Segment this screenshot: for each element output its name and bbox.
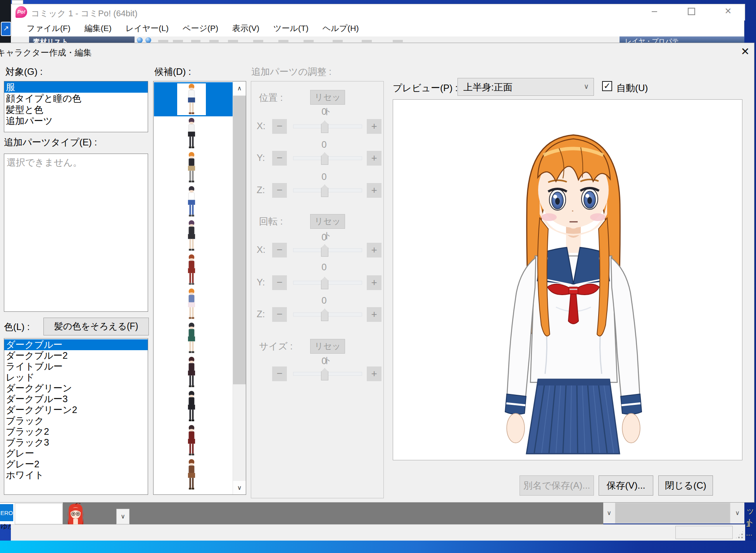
position-minus-button[interactable]: − — [272, 183, 287, 198]
target-listbox[interactable]: 服顔タイプと瞳の色髪型と色追加パーツ — [4, 81, 148, 132]
desktop-shortcut-arrow-icon[interactable]: ↗ — [1, 22, 11, 36]
close-button[interactable]: 閉じる(C) — [658, 475, 713, 496]
rotation-axis-label: Z: — [257, 309, 270, 320]
desktop-top-left — [0, 0, 11, 43]
scroll-down-icon[interactable]: ∨ — [233, 481, 246, 494]
candidate-thumb-white-top-jeans[interactable] — [154, 185, 233, 219]
color-item[interactable]: ブラック3 — [4, 437, 148, 448]
save-button[interactable]: 保存(V)... — [599, 475, 653, 496]
target-item[interactable]: 追加パーツ — [4, 115, 148, 126]
color-item[interactable]: ライトブルー — [4, 361, 148, 372]
rotation-reset-button[interactable]: リセット — [310, 214, 345, 229]
menu-item-4[interactable]: ページ(P) — [183, 23, 218, 34]
color-item[interactable]: グレー2 — [4, 459, 148, 470]
candidates-listbox[interactable]: ∧ ∨ — [153, 81, 246, 495]
menu-item-3[interactable]: レイヤー(L) — [126, 23, 169, 34]
menu-item-1[interactable]: ファイル(F) — [27, 23, 71, 34]
color-item[interactable]: ブラック — [4, 415, 148, 426]
auto-checkbox[interactable]: ✓ — [602, 81, 612, 91]
candidate-thumb-dark-coat[interactable] — [154, 355, 233, 389]
candidate-thumb-black-dress[interactable] — [154, 219, 233, 253]
rotation-minus-button[interactable]: − — [272, 275, 287, 290]
rotation-axis-label: X: — [257, 244, 270, 255]
rotation-plus-button[interactable]: + — [367, 307, 381, 322]
position-reset-button[interactable]: リセット — [310, 90, 345, 105]
menu-item-5[interactable]: 表示(V) — [232, 23, 259, 34]
color-item[interactable]: ダークブルー2 — [4, 350, 148, 361]
match-hair-color-button[interactable]: 髪の色をそろえる(F) — [43, 318, 149, 335]
color-item[interactable]: ダークブルー — [4, 339, 148, 350]
toolbar-icon-fragment — [362, 40, 372, 42]
material-thumb-selected[interactable]: ERO — [0, 504, 13, 521]
candidate-thumb-sailor-uniform[interactable] — [154, 82, 233, 116]
rotation-minus-button[interactable]: − — [272, 307, 287, 322]
parts-type-listbox[interactable]: 選択できません。 — [4, 154, 148, 312]
menu-item-7[interactable]: ヘルプ(H) — [323, 23, 359, 34]
sphere-icon — [137, 37, 143, 43]
dialog-close-icon[interactable]: ✕ — [737, 44, 753, 59]
candidate-thumb-shirt-black-skirt[interactable] — [154, 116, 233, 150]
menubar: ファイル(F)編集(E)レイヤー(L)ページ(P)表示(V)ツール(T)ヘルプ(… — [11, 20, 744, 36]
adjust-header: 追加パーツの調整 : — [251, 66, 331, 78]
toolbar-icon-fragment — [173, 40, 183, 42]
size-plus-button[interactable]: + — [367, 366, 381, 381]
position-plus-button[interactable]: + — [367, 183, 381, 198]
background-box-fragment — [15, 503, 63, 524]
dialog-title: キャラクター作成・編集 — [0, 47, 92, 59]
desktop-bottom-strip — [0, 541, 756, 553]
candidate-thumb-dark-red-suit[interactable] — [154, 423, 233, 458]
target-item[interactable]: 服 — [4, 81, 148, 93]
candidate-thumb-black-suit[interactable] — [154, 389, 233, 423]
color-item[interactable]: ダークグリーン — [4, 383, 148, 394]
right-dropdown-icon[interactable]: ∨ — [730, 503, 744, 524]
candidate-thumb-red-tracksuit[interactable] — [154, 253, 233, 287]
scroll-up-icon[interactable]: ∧ — [233, 81, 246, 95]
candidate-thumb-black-top-plaid[interactable] — [154, 150, 233, 185]
toolbar-icon-fragment — [191, 40, 200, 42]
position-value: 0 — [306, 171, 342, 182]
color-item[interactable]: ホワイト — [4, 470, 148, 480]
toolbar-icon-fragment — [304, 40, 314, 42]
preview-view-combobox[interactable]: 上半身:正面 ∨ — [457, 78, 594, 96]
rotation-plus-button[interactable]: + — [367, 243, 381, 257]
color-item[interactable]: ブラック2 — [4, 426, 148, 437]
save-as-button[interactable]: 別名で保存(A)... — [520, 475, 594, 496]
right-dropdown-icon[interactable]: ∨ — [603, 503, 615, 524]
size-minus-button[interactable]: − — [272, 366, 287, 381]
window-close-button[interactable]: ✕ — [719, 5, 737, 17]
color-listbox[interactable]: ダークブルーダークブルー2ライトブルーレッドダークグリーンダークブルー3ダークグ… — [4, 338, 148, 495]
toolbar-icon-fragment — [228, 40, 238, 42]
candidate-thumb-brown-outfit[interactable] — [154, 458, 233, 492]
minimize-button[interactable] — [646, 5, 663, 17]
right-scrollbar-track[interactable] — [615, 503, 730, 524]
color-item[interactable]: レッド — [4, 372, 148, 383]
position-plus-button[interactable]: + — [367, 151, 381, 166]
candidate-thumb-teal-suit[interactable] — [154, 321, 233, 355]
character-face-thumbnail[interactable] — [65, 503, 86, 524]
position-value: 0 — [306, 106, 342, 117]
position-axis-label: Y: — [257, 152, 270, 163]
color-item[interactable]: グレー — [4, 448, 148, 459]
position-minus-button[interactable]: − — [272, 119, 287, 134]
strip-dropdown-icon[interactable]: ∨ — [116, 509, 129, 524]
position-axis-label: X: — [257, 121, 270, 131]
candidates-scrollbar[interactable]: ∧ ∨ — [233, 81, 246, 494]
menu-item-2[interactable]: 編集(E) — [85, 23, 112, 34]
rotation-minus-button[interactable]: − — [272, 243, 287, 257]
target-item[interactable]: 顔タイプと瞳の色 — [4, 93, 148, 104]
maximize-button[interactable] — [682, 5, 700, 17]
toolbar-icon-fragment — [209, 40, 219, 42]
scrollbar-thumb[interactable] — [233, 96, 246, 384]
rotation-plus-button[interactable]: + — [367, 275, 381, 290]
position-minus-button[interactable]: − — [272, 151, 287, 166]
position-plus-button[interactable]: + — [367, 119, 381, 134]
statusbar — [11, 524, 745, 541]
target-item[interactable]: 髪型と色 — [4, 104, 148, 115]
toolbar-icon-fragment — [333, 40, 343, 42]
color-item[interactable]: ダークグリーン2 — [4, 404, 148, 415]
candidate-thumb-apron-dress[interactable] — [154, 287, 233, 321]
menu-item-6[interactable]: ツール(T) — [273, 23, 309, 34]
desktop-icon-text: 1 ... — [746, 520, 756, 537]
color-item[interactable]: ダークブルー3 — [4, 394, 148, 404]
size-reset-button[interactable]: リセット — [310, 339, 345, 354]
